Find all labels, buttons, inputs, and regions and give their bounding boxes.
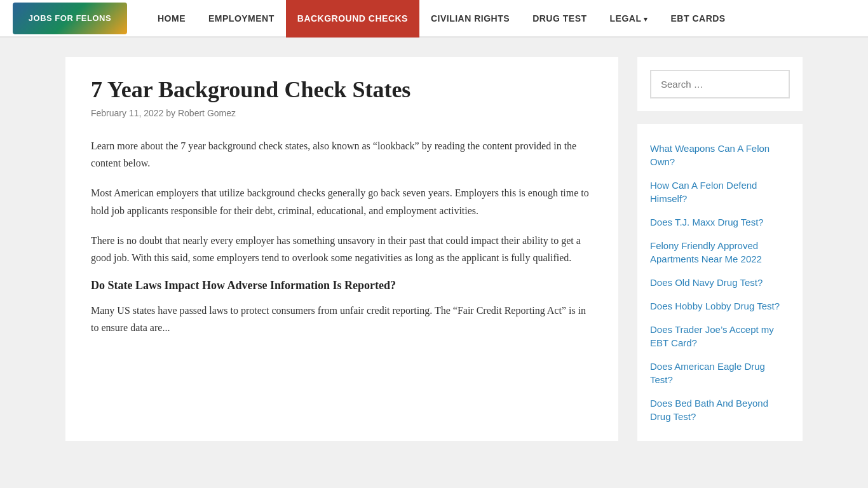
nav-link-civilian-rights[interactable]: CIVILIAN RIGHTS [419, 0, 521, 37]
page-wrapper: 7 Year Background Check States February … [53, 38, 815, 460]
article-paragraph: Learn more about the 7 year background c… [91, 137, 593, 172]
sidebar-link[interactable]: Felony Friendly Approved Apartments Near… [637, 234, 803, 271]
nav-link-home[interactable]: HOME [146, 0, 197, 37]
sidebar-link[interactable]: Does Old Navy Drug Test? [637, 271, 803, 294]
article-body: Learn more about the 7 year background c… [91, 137, 593, 337]
main-nav: JOBS FOR FELONS HOMEEMPLOYMENTBACKGROUND… [0, 0, 868, 38]
search-input[interactable] [650, 70, 790, 98]
sidebar-link[interactable]: Does Bed Bath And Beyond Drug Test? [637, 391, 803, 428]
sidebar-search-box [637, 57, 803, 111]
site-logo[interactable]: JOBS FOR FELONS [13, 3, 127, 34]
article-paragraph: There is no doubt that nearly every empl… [91, 232, 593, 266]
article-paragraph: Most American employers that utilize bac… [91, 184, 593, 219]
nav-links: HOMEEMPLOYMENTBACKGROUND CHECKSCIVILIAN … [146, 0, 737, 37]
sidebar-link[interactable]: Does Trader Joe’s Accept my EBT Card? [637, 318, 803, 355]
nav-link-drug-test[interactable]: DRUG TEST [521, 0, 598, 37]
logo-image: JOBS FOR FELONS [13, 3, 127, 34]
nav-link-legal[interactable]: LEGAL [599, 0, 660, 37]
nav-link-background-checks[interactable]: BACKGROUND CHECKS [286, 0, 419, 37]
main-content: 7 Year Background Check States February … [65, 57, 618, 441]
sidebar-link[interactable]: Does Hobby Lobby Drug Test? [637, 294, 803, 318]
sidebar-link[interactable]: What Weapons Can A Felon Own? [637, 137, 803, 173]
nav-link-ebt-cards[interactable]: EBT CARDS [660, 0, 737, 37]
article-meta: February 11, 2022 by Robert Gomez [91, 108, 593, 118]
article-subparagraph: Many US states have passed laws to prote… [91, 302, 593, 336]
nav-link-employment[interactable]: EMPLOYMENT [197, 0, 286, 37]
article-title: 7 Year Background Check States [91, 76, 593, 103]
article-subheading: Do State Laws Impact How Adverse Informa… [91, 279, 593, 292]
sidebar-links: What Weapons Can A Felon Own?How Can A F… [637, 124, 803, 441]
sidebar: What Weapons Can A Felon Own?How Can A F… [637, 57, 803, 441]
sidebar-link[interactable]: How Can A Felon Defend Himself? [637, 173, 803, 210]
sidebar-link[interactable]: Does American Eagle Drug Test? [637, 355, 803, 391]
sidebar-link[interactable]: Does T.J. Maxx Drug Test? [637, 210, 803, 234]
